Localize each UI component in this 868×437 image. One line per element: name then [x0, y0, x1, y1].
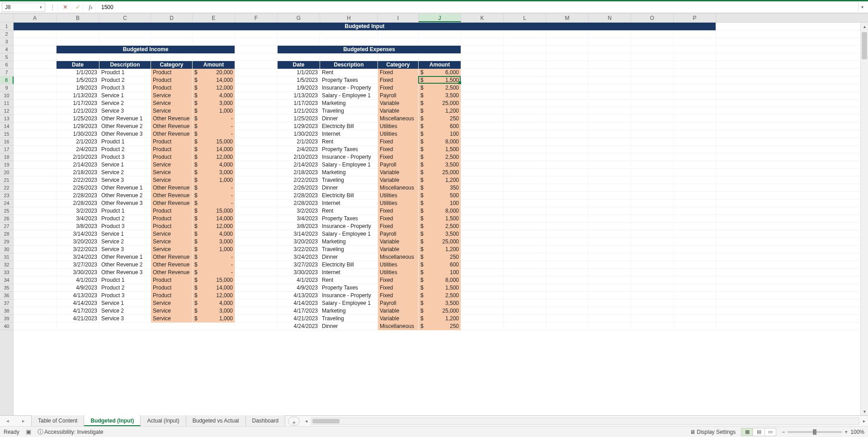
exp-desc[interactable]: Property Taxes	[320, 215, 378, 223]
exp-cat[interactable]: Payroll	[378, 230, 419, 238]
exp-hdr-amt[interactable]: Amount	[419, 61, 461, 69]
row-header-36[interactable]: 36	[0, 292, 13, 299]
income-desc[interactable]: Service 2	[99, 100, 151, 107]
cell[interactable]	[546, 92, 589, 100]
cell[interactable]	[546, 200, 589, 207]
exp-amt[interactable]: $1,200	[419, 315, 461, 323]
income-desc[interactable]: Other Revenue 1	[99, 253, 151, 261]
cell[interactable]	[674, 61, 716, 69]
cell[interactable]	[674, 100, 716, 107]
row-header-37[interactable]: 37	[0, 299, 13, 307]
income-desc[interactable]: Proudct 1	[99, 138, 151, 146]
cell[interactable]	[589, 207, 631, 215]
cell[interactable]	[99, 323, 151, 330]
exp-date[interactable]: 4/1/2023	[278, 276, 320, 284]
cell[interactable]	[235, 176, 278, 184]
row-header-28[interactable]: 28	[0, 230, 13, 238]
cell[interactable]	[14, 223, 57, 230]
exp-desc[interactable]: Traveling	[320, 315, 378, 323]
cell[interactable]	[461, 100, 504, 107]
exp-cat[interactable]: Utilities	[378, 123, 419, 130]
cell[interactable]	[461, 84, 504, 92]
cell[interactable]	[546, 153, 589, 161]
row-header-19[interactable]: 19	[0, 161, 13, 169]
horizontal-scrollbar[interactable]: ◂ ▸	[302, 416, 868, 426]
exp-amt[interactable]: $8,000	[419, 138, 461, 146]
cell[interactable]	[14, 76, 57, 84]
cell[interactable]	[99, 30, 151, 38]
exp-cat[interactable]: Utilities	[378, 192, 419, 200]
cell[interactable]	[504, 184, 546, 192]
row-header-24[interactable]: 24	[0, 200, 13, 207]
cell[interactable]	[419, 53, 461, 61]
cell[interactable]	[235, 53, 278, 61]
income-amt[interactable]: $3,000	[193, 238, 235, 246]
cell[interactable]	[631, 176, 674, 184]
column-header-J[interactable]: J	[419, 14, 461, 22]
cell[interactable]	[631, 276, 674, 284]
cell[interactable]	[461, 169, 504, 176]
exp-date[interactable]: 1/21/2023	[278, 107, 320, 115]
cell[interactable]	[461, 107, 504, 115]
cell[interactable]	[504, 315, 546, 323]
exp-desc[interactable]: Rent	[320, 207, 378, 215]
cell[interactable]	[14, 246, 57, 253]
exp-date[interactable]: 4/24/2023	[278, 323, 320, 330]
income-amt[interactable]: $1,000	[193, 315, 235, 323]
income-cat[interactable]: Other Revenue	[151, 192, 193, 200]
cell[interactable]	[57, 38, 99, 46]
cell[interactable]	[546, 323, 589, 330]
cell[interactable]	[504, 176, 546, 184]
income-amt[interactable]: $4,000	[193, 299, 235, 307]
cell[interactable]	[504, 238, 546, 246]
income-cat[interactable]: Other Revenue	[151, 123, 193, 130]
exp-amt[interactable]: $25,000	[419, 238, 461, 246]
cell[interactable]	[151, 38, 193, 46]
column-header-I[interactable]: I	[378, 14, 419, 22]
exp-date[interactable]: 4/17/2023	[278, 307, 320, 315]
expand-formula-bar-icon[interactable]: ▾	[858, 3, 866, 12]
cell[interactable]	[320, 30, 378, 38]
income-desc[interactable]: Other Revenue 3	[99, 130, 151, 138]
confirm-icon[interactable]: ✓	[73, 3, 83, 12]
row-header-5[interactable]: 5	[0, 53, 13, 61]
cell[interactable]	[193, 53, 235, 61]
income-date[interactable]: 2/22/2023	[57, 176, 99, 184]
cell[interactable]	[235, 84, 278, 92]
income-desc[interactable]: Product 2	[99, 146, 151, 153]
exp-cat[interactable]: Variable	[378, 307, 419, 315]
exp-cat[interactable]: Miscellaneous	[378, 115, 419, 123]
exp-cat[interactable]: Fixed	[378, 76, 419, 84]
cell[interactable]	[235, 246, 278, 253]
exp-date[interactable]: 3/20/2023	[278, 238, 320, 246]
cell[interactable]	[631, 53, 674, 61]
exp-amt[interactable]: $100	[419, 130, 461, 138]
cell[interactable]	[235, 76, 278, 84]
exp-cat[interactable]: Fixed	[378, 84, 419, 92]
cell[interactable]	[589, 276, 631, 284]
exp-date[interactable]: 3/2/2023	[278, 207, 320, 215]
sheet-tab-budgeted-input-[interactable]: Budgeted (Input)	[84, 415, 141, 426]
cell[interactable]	[504, 123, 546, 130]
row-header-6[interactable]: 6	[0, 61, 13, 69]
exp-date[interactable]: 3/27/2023	[278, 261, 320, 269]
sheet-tab-dashboard[interactable]: Dashboard	[246, 415, 286, 426]
income-amt[interactable]: $4,000	[193, 161, 235, 169]
cell[interactable]	[14, 130, 57, 138]
row-header-34[interactable]: 34	[0, 276, 13, 284]
exp-desc[interactable]: Insurance - Property	[320, 153, 378, 161]
exp-desc[interactable]: Salary - Employee 1	[320, 92, 378, 100]
income-desc[interactable]: Product 3	[99, 223, 151, 230]
exp-amt[interactable]: $600	[419, 261, 461, 269]
income-amt[interactable]: $12,000	[193, 223, 235, 230]
row-header-1[interactable]: 1	[0, 23, 13, 30]
row-header-7[interactable]: 7	[0, 69, 13, 76]
row-header-18[interactable]: 18	[0, 153, 13, 161]
exp-cat[interactable]: Variable	[378, 169, 419, 176]
exp-date[interactable]: 1/29/2023	[278, 123, 320, 130]
income-cat[interactable]: Service	[151, 169, 193, 176]
cell[interactable]	[674, 307, 716, 315]
cell[interactable]	[631, 215, 674, 223]
cell[interactable]	[589, 38, 631, 46]
exp-desc[interactable]: Electricity Bill	[320, 123, 378, 130]
